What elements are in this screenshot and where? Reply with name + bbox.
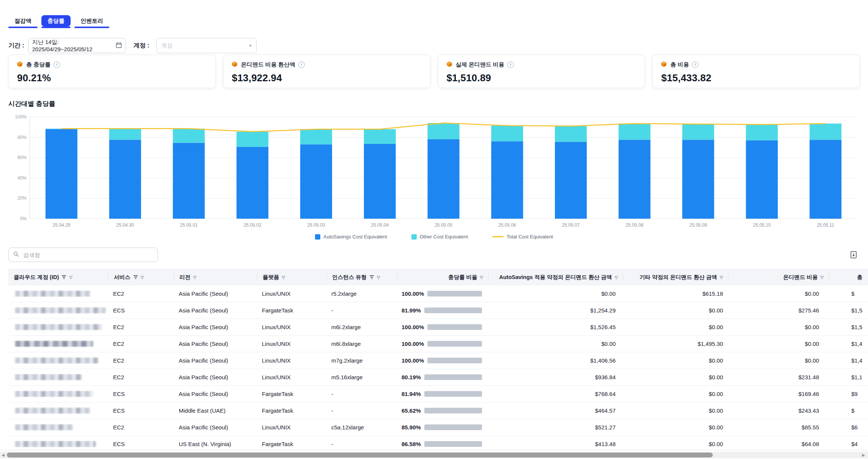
other-commit-amount-cell: $0.00 — [623, 357, 728, 364]
sort-icon[interactable]: ▽ — [720, 275, 723, 280]
scrollbar-thumb[interactable] — [7, 453, 713, 457]
ondemand-cost-cell-link[interactable]: $243.43 — [799, 407, 819, 414]
scroll-right-arrow[interactable]: ▶ — [860, 452, 866, 458]
redacted-text — [15, 341, 93, 347]
autosavings-amount-cell-link[interactable]: $521.27 — [595, 424, 616, 431]
column-header-1[interactable]: 서비스▽ — [109, 269, 174, 285]
legend-square-swatch — [411, 234, 417, 240]
region-cell: US East (N. Virginia) — [174, 441, 257, 447]
ondemand-cost-cell: $0.00 — [728, 324, 829, 330]
autosavings-amount-cell: $1,254.29 — [488, 307, 623, 314]
bar-other — [619, 123, 651, 140]
ondemand-cost-cell-link[interactable]: $231.48 — [799, 374, 819, 380]
sort-icon[interactable]: ▽ — [193, 275, 196, 280]
bar-autosavings — [236, 147, 268, 219]
column-header-8[interactable]: 온디맨드 비용▽ — [728, 269, 829, 285]
ondemand-cost-cell-link[interactable]: $275.46 — [799, 307, 819, 314]
kpi-value: $15,433.82 — [660, 72, 852, 84]
coverage-progress-bar — [424, 424, 482, 430]
legend-item[interactable]: AutoSavings Cost Equivalent — [315, 234, 387, 240]
scroll-left-arrow[interactable]: ◀ — [0, 452, 6, 458]
autosavings-amount-cell-link[interactable]: $413.48 — [595, 441, 616, 447]
sort-icon[interactable]: ▽ — [480, 275, 483, 280]
sort-icon[interactable]: ▽ — [821, 275, 824, 280]
other-commit-amount-cell: $0.00 — [623, 424, 728, 431]
search-box — [8, 248, 158, 262]
info-icon[interactable]: i — [298, 62, 305, 68]
autosavings-amount-cell-link[interactable]: $464.57 — [595, 407, 616, 414]
tab-0[interactable]: 절감액 — [8, 15, 38, 28]
column-header-2[interactable]: 리전▽ — [174, 269, 257, 285]
column-header-7[interactable]: 기타 약정의 온디맨드 환산 금액▽ — [623, 269, 728, 285]
table-row: EC2Asia Pacific (Seoul)Linux/UNIXr5.2xla… — [8, 285, 868, 302]
autosavings-amount-cell-link[interactable]: $936.84 — [595, 374, 616, 380]
svg-text:25.05.01: 25.05.01 — [180, 222, 198, 228]
horizontal-scrollbar[interactable]: ◀ ▶ — [0, 452, 868, 458]
tab-1[interactable]: 충당률 — [41, 15, 71, 28]
account-id-redacted — [8, 407, 109, 414]
ondemand-cost-cell: $0.00 — [728, 341, 829, 347]
total-cost-cell-clipped: $4 — [829, 441, 868, 447]
total-cost-cell-clipped: $1,5 — [829, 324, 868, 330]
info-icon[interactable]: i — [54, 62, 60, 68]
bar-other — [109, 129, 141, 140]
column-header-9[interactable]: 총 — [829, 269, 868, 285]
bar-other — [428, 123, 460, 139]
period-date-picker[interactable]: 지난 14일: 2025/04/29~2025/05/12 — [28, 38, 126, 53]
column-header-3[interactable]: 플랫폼▽ — [257, 269, 327, 285]
filter-icon[interactable] — [369, 275, 374, 279]
info-icon[interactable]: i — [692, 62, 698, 68]
sort-icon[interactable]: ▽ — [377, 275, 380, 280]
account-label: 계정 : — [134, 42, 150, 50]
svg-text:0%: 0% — [20, 216, 27, 221]
autosavings-amount-cell-link[interactable]: $1,254.29 — [590, 307, 616, 314]
ondemand-cost-cell-link[interactable]: $64.08 — [802, 441, 819, 447]
column-header-0[interactable]: 클라우드 계정 (ID)▽ — [8, 269, 109, 285]
column-header-6[interactable]: AutoSavings 적용 약정의 온디맨드 환산 금액▽ — [488, 269, 623, 285]
filter-icon[interactable] — [133, 275, 138, 279]
instance-type-cell: m6i.2xlarge — [327, 324, 397, 330]
autosavings-amount-cell-link[interactable]: $1,526.45 — [590, 324, 616, 330]
tab-2[interactable]: 인벤토리 — [74, 15, 109, 28]
column-header-4[interactable]: 인스턴스 유형▽ — [327, 269, 397, 285]
region-cell: Middle East (UAE) — [174, 407, 257, 414]
info-icon[interactable]: i — [507, 62, 514, 68]
ondemand-cost-cell-link[interactable]: $85.55 — [802, 424, 819, 431]
download-button[interactable] — [848, 249, 860, 261]
svg-text:25.04.29: 25.04.29 — [53, 222, 71, 228]
svg-text:80%: 80% — [17, 135, 27, 140]
filter-icon[interactable] — [61, 275, 66, 279]
search-icon — [13, 251, 19, 259]
table-header-row: 클라우드 계정 (ID)▽서비스▽리전▽플랫폼▽인스턴스 유형▽충당률 비율▽A… — [8, 269, 868, 285]
total-cost-cell-clipped: $1,1 — [829, 374, 868, 380]
account-select[interactable]: 계정 ▾ — [156, 38, 257, 53]
sort-icon[interactable]: ▽ — [615, 275, 618, 280]
bar-other — [300, 129, 332, 144]
autosavings-amount-cell: $0.00 — [488, 341, 623, 347]
sort-icon[interactable]: ▽ — [69, 275, 72, 280]
column-label: 충당률 비율 — [448, 274, 477, 281]
coverage-ratio-value: 65.62% — [402, 407, 421, 414]
instance-type-cell: m7g.2xlarge — [327, 357, 397, 364]
autosavings-amount-cell-link[interactable]: $1,406.56 — [590, 357, 616, 364]
svg-text:25.05.04: 25.05.04 — [371, 222, 389, 228]
bar-autosavings — [364, 144, 396, 219]
ondemand-cost-cell: $64.08 — [728, 441, 829, 447]
sort-icon[interactable]: ▽ — [282, 275, 285, 280]
table-row: ECSMiddle East (UAE)FargateTask-65.62%$4… — [8, 402, 868, 419]
period-label: 기간 : — [8, 42, 24, 50]
svg-text:25.05.09: 25.05.09 — [689, 222, 707, 228]
platform-cell: FargateTask — [257, 441, 327, 447]
autosavings-amount-cell-link[interactable]: $768.64 — [595, 391, 616, 397]
column-header-5[interactable]: 충당률 비율▽ — [397, 269, 488, 285]
search-input[interactable] — [22, 251, 153, 259]
table-row: EC2Asia Pacific (Seoul)Linux/UNIXm5.16xl… — [8, 369, 868, 386]
other-commit-amount-cell-link[interactable]: $615.18 — [703, 290, 723, 297]
sort-icon[interactable]: ▽ — [141, 275, 144, 280]
legend-item[interactable]: Other Cost Equivalent — [411, 234, 468, 240]
service-cell: EC2 — [109, 324, 174, 330]
ondemand-cost-cell-link[interactable]: $169.46 — [799, 391, 819, 397]
redacted-text — [15, 424, 73, 431]
legend-item[interactable]: Total Cost Equivalent — [492, 234, 553, 240]
other-commit-amount-cell-link[interactable]: $1,495.30 — [698, 341, 723, 347]
